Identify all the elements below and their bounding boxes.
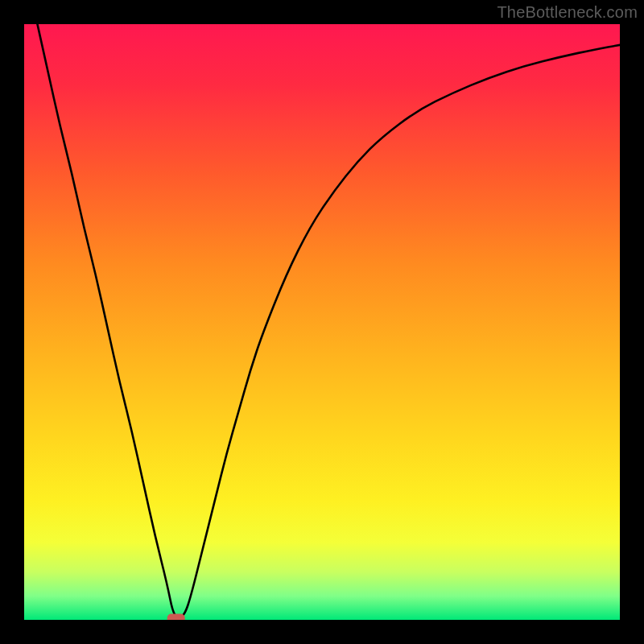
chart-svg	[24, 24, 620, 620]
chart-frame: TheBottleneck.com	[0, 0, 644, 644]
plot-area	[24, 24, 620, 620]
minimum-marker	[167, 614, 185, 620]
watermark-text: TheBottleneck.com	[497, 3, 638, 22]
gradient-background	[24, 24, 620, 620]
